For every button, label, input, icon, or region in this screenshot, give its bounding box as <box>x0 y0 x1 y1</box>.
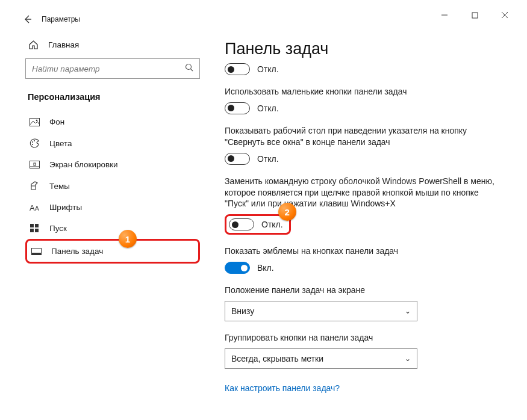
sidebar-item-label: Шрифты <box>49 203 82 212</box>
annotation-badge-2: 2 <box>278 203 296 221</box>
svg-point-4 <box>186 64 192 70</box>
sidebar-item-label: Экран блокировки <box>49 160 118 169</box>
fonts-icon: AA <box>29 203 40 212</box>
sidebar-item-label: Фон <box>49 117 64 126</box>
close-icon <box>501 11 508 19</box>
svg-point-9 <box>34 140 35 141</box>
toggle-state: Вкл. <box>257 263 274 273</box>
svg-rect-12 <box>34 163 36 165</box>
page-title: Панель задач <box>225 40 494 58</box>
sidebar-item-colors[interactable]: Цвета <box>25 132 200 154</box>
toggle-switch-0[interactable] <box>225 63 250 75</box>
sidebar-item-label: Панель задач <box>51 247 103 256</box>
sidebar-item-start[interactable]: Пуск <box>25 218 200 239</box>
lockscreen-icon <box>29 161 40 169</box>
annotation-badge-1: 1 <box>119 230 137 248</box>
sidebar-item-label: Цвета <box>49 139 72 148</box>
sidebar-item-label: Темы <box>49 182 70 191</box>
svg-line-5 <box>191 69 193 72</box>
svg-point-10 <box>32 144 33 145</box>
toggle-state: Откл. <box>257 103 279 113</box>
sidebar-item-fonts[interactable]: AA Шрифты <box>25 197 200 218</box>
sidebar-item-taskbar[interactable]: Панель задач 1 <box>25 239 200 264</box>
window-title: Параметры <box>42 15 80 23</box>
chevron-down-icon: ⌄ <box>405 354 411 363</box>
chevron-down-icon: ⌄ <box>405 307 411 315</box>
toggle-state: Откл. <box>261 220 283 229</box>
svg-text:A: A <box>30 203 35 212</box>
toggle-state: Откл. <box>257 64 279 74</box>
close-button[interactable] <box>500 11 509 19</box>
start-icon <box>29 224 40 233</box>
svg-text:A: A <box>35 205 39 212</box>
toggle-state: Откл. <box>257 154 279 164</box>
toggle-powershell[interactable] <box>229 218 254 230</box>
setting-label: Использовать маленькие кнопки панели зад… <box>225 86 494 97</box>
help-link[interactable]: Как настроить панели задач? <box>225 383 340 393</box>
palette-icon <box>29 138 40 148</box>
home-label: Главная <box>48 40 79 49</box>
minimize-icon <box>441 11 448 19</box>
category-title: Персонализация <box>25 90 200 111</box>
setting-label: Группировать кнопки на панели задач <box>225 332 494 344</box>
setting-label: Заменить командную строку оболочкой Wind… <box>225 176 494 210</box>
setting-label: Показывать рабочий стол при наведении ук… <box>225 125 494 148</box>
setting-label: Положение панели задач на экране <box>225 285 494 296</box>
minimize-button[interactable] <box>440 11 449 19</box>
sidebar: Главная Персонализация Фон Цвета Экран б… <box>16 30 209 412</box>
svg-point-7 <box>36 119 37 121</box>
setting-label: Показать эмблемы на кнопках панели задач <box>225 246 494 257</box>
search-input[interactable] <box>25 58 200 79</box>
svg-rect-19 <box>30 229 34 232</box>
back-button[interactable] <box>20 11 36 27</box>
svg-rect-17 <box>30 224 34 227</box>
toggle-peek-desktop[interactable] <box>225 153 250 165</box>
taskbar-icon <box>31 248 42 255</box>
svg-rect-22 <box>31 253 41 255</box>
taskbar-position-dropdown[interactable]: Внизу ⌄ <box>225 301 417 321</box>
dropdown-value: Внизу <box>231 306 254 316</box>
maximize-icon <box>472 12 478 19</box>
taskbar-grouping-dropdown[interactable]: Всегда, скрывать метки ⌄ <box>225 348 417 369</box>
toggle-badges[interactable] <box>225 262 250 274</box>
themes-icon <box>29 181 40 191</box>
arrow-left-icon <box>23 14 33 24</box>
home-icon <box>28 40 39 50</box>
sidebar-item-lockscreen[interactable]: Экран блокировки <box>25 154 200 175</box>
home-link[interactable]: Главная <box>25 36 200 54</box>
highlighted-toggle-frame: Откл. 2 <box>225 214 291 235</box>
titlebar: Параметры <box>16 8 510 30</box>
dropdown-value: Всегда, скрывать метки <box>231 354 323 363</box>
main-pane: Панель задач Откл. Использовать маленьки… <box>209 30 510 412</box>
svg-rect-1 <box>472 13 478 18</box>
sidebar-item-label: Пуск <box>49 224 67 233</box>
svg-rect-20 <box>35 229 39 232</box>
svg-point-8 <box>32 141 33 143</box>
sidebar-item-background[interactable]: Фон <box>25 111 200 132</box>
toggle-small-buttons[interactable] <box>225 102 250 114</box>
search-icon <box>185 63 194 72</box>
maximize-button[interactable] <box>470 11 479 19</box>
sidebar-item-themes[interactable]: Темы <box>25 175 200 197</box>
svg-rect-11 <box>30 161 39 168</box>
svg-rect-18 <box>35 224 39 227</box>
picture-icon <box>29 118 40 126</box>
